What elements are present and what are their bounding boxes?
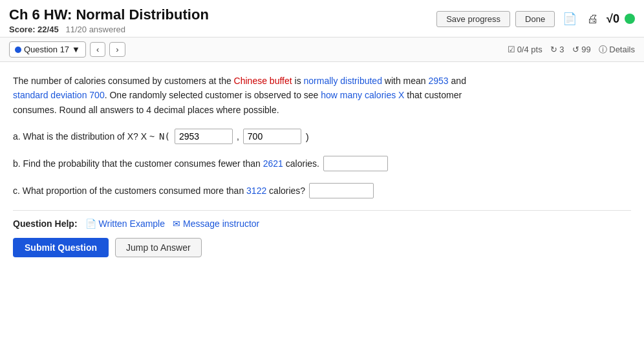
sqrt-icon: √0 xyxy=(606,12,619,26)
close-paren: ) xyxy=(306,131,309,142)
retry-icon: ↻ xyxy=(550,45,557,54)
main-content: The number of calories consumed by custo… xyxy=(0,62,644,266)
std-dev-highlight: standard deviation xyxy=(13,90,87,100)
envelope-icon: ✉ xyxy=(173,218,180,229)
answered-count: 11/20 answered xyxy=(65,25,125,34)
score-label: Score: xyxy=(9,25,35,34)
part-b-label: b. Find the probability that the custome… xyxy=(13,158,319,169)
written-example-label: Written Example xyxy=(99,218,165,229)
header-right: Save progress Done 📄 🖨 √0 xyxy=(436,10,635,27)
score-value: 22/45 xyxy=(38,25,59,34)
chinese-buffet-highlight: Chinese buffet xyxy=(234,76,292,86)
nav-right: ☑ 0/4 pts ↻ 3 ↺ 99 ⓘ Details xyxy=(508,44,635,56)
comma-separator: , xyxy=(237,131,239,142)
message-instructor-link[interactable]: ✉ Message instructor xyxy=(173,218,259,229)
page-header: Ch 6 HW: Normal Distribution Score: 22/4… xyxy=(0,0,644,37)
part-a-mean-input[interactable] xyxy=(175,129,233,144)
divider xyxy=(13,210,631,211)
part-c-label: c. What proportion of the customers cons… xyxy=(13,186,305,196)
question-nav-bar: Question 17 ▼ ‹ › ☑ 0/4 pts ↻ 3 ↺ 99 ⓘ D… xyxy=(0,37,644,62)
action-buttons: Submit Question Jump to Answer xyxy=(13,238,631,257)
print-icon[interactable]: 🖨 xyxy=(585,11,601,27)
calories-x-highlight: how many calories X xyxy=(321,90,404,100)
normally-distributed-highlight: normally distributed xyxy=(304,76,382,86)
part-a-sd-input[interactable] xyxy=(243,129,301,144)
question-dot xyxy=(15,47,21,53)
part-b-answer-input[interactable] xyxy=(323,156,388,171)
score-line: Score: 22/45 11/20 answered xyxy=(9,25,209,34)
points-badge: ☑ 0/4 pts xyxy=(508,45,542,54)
info-icon: ⓘ xyxy=(599,45,607,54)
page-title: Ch 6 HW: Normal Distribution xyxy=(9,6,209,23)
save-progress-button[interactable]: Save progress xyxy=(436,11,510,27)
part-c-value-highlight: 3122 xyxy=(246,186,269,196)
retries-badge: ↻ 3 xyxy=(550,45,564,54)
done-button[interactable]: Done xyxy=(515,11,555,27)
mean-highlight: 2953 xyxy=(429,76,449,86)
question-help: Question Help: 📄 Written Example ✉ Messa… xyxy=(13,218,631,229)
part-b-value-highlight: 2621 xyxy=(263,158,286,169)
question-selector[interactable]: Question 17 ▼ xyxy=(9,41,86,58)
refresh-icon: ↺ xyxy=(572,45,579,54)
refresh-badge: ↺ 99 xyxy=(572,45,591,54)
checkbox-icon: ☑ xyxy=(508,45,515,54)
part-a-label: a. What is the distribution of X? X ~ xyxy=(13,131,155,142)
document-help-icon: 📄 xyxy=(85,218,96,229)
header-left: Ch 6 HW: Normal Distribution Score: 22/4… xyxy=(9,6,209,34)
next-question-button[interactable]: › xyxy=(109,42,125,57)
status-dot xyxy=(625,14,635,24)
details-label: Details xyxy=(609,45,635,54)
std-dev-value-highlight: 700 xyxy=(89,90,104,100)
nav-left: Question 17 ▼ ‹ › xyxy=(9,41,125,58)
document-icon[interactable]: 📄 xyxy=(560,10,579,27)
written-example-link[interactable]: 📄 Written Example xyxy=(85,218,165,229)
jump-to-answer-button[interactable]: Jump to Answer xyxy=(115,238,202,257)
part-c: c. What proportion of the customers cons… xyxy=(13,183,631,198)
submit-question-button[interactable]: Submit Question xyxy=(13,238,109,257)
part-a: a. What is the distribution of X? X ~ N(… xyxy=(13,129,631,144)
chevron-down-icon: ▼ xyxy=(72,45,80,54)
part-c-answer-input[interactable] xyxy=(309,183,374,198)
message-instructor-label: Message instructor xyxy=(183,218,259,229)
dist-n-label: N( xyxy=(159,131,170,142)
part-b: b. Find the probability that the custome… xyxy=(13,156,631,171)
prev-question-button[interactable]: ‹ xyxy=(90,42,105,57)
retries-value: 3 xyxy=(559,45,564,54)
pts-value: 0/4 pts xyxy=(517,45,542,54)
details-badge: ⓘ Details xyxy=(599,44,635,56)
refresh-value: 99 xyxy=(581,45,590,54)
help-label: Question Help: xyxy=(13,218,78,229)
question-text: The number of calories consumed by custo… xyxy=(13,74,478,117)
question-label: Question 17 xyxy=(24,45,69,54)
